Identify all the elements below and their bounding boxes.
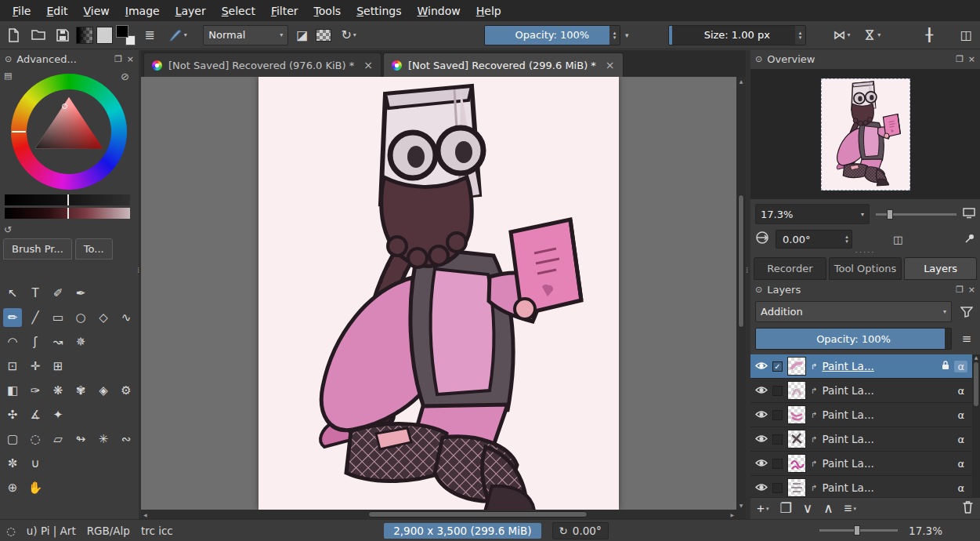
tool-freehand-path[interactable]: ʃ xyxy=(26,332,45,351)
canvas-horizontal-scrollbar[interactable]: ◀ ▶ xyxy=(141,510,736,519)
tool-dynamic-brush[interactable]: ↝ xyxy=(49,332,67,351)
float-docker-button[interactable]: ❐ xyxy=(956,54,964,64)
layer-checkbox[interactable] xyxy=(772,459,783,469)
layer-row-1[interactable]: ✓ ↱ Paint La... α xyxy=(750,354,972,379)
hue-ring[interactable] xyxy=(11,74,127,190)
status-zoom-slider[interactable] xyxy=(819,529,898,532)
lock-icon[interactable] xyxy=(942,360,949,372)
tool-freehand-select[interactable]: ↬ xyxy=(71,430,90,448)
color-selector-settings-button[interactable]: ▤ xyxy=(4,71,12,81)
tool-polygon[interactable]: ◇ xyxy=(94,308,113,327)
tool-ellipse-select[interactable]: ◌ xyxy=(26,430,45,448)
close-docker-button[interactable]: × xyxy=(968,285,975,295)
pin-docker-button[interactable] xyxy=(964,232,975,247)
opacity-dropdown-button[interactable]: ▾ xyxy=(624,31,631,39)
layer-opacity-slider[interactable]: Opacity: 100% xyxy=(755,328,952,350)
visibility-eye-icon[interactable] xyxy=(755,481,768,494)
close-tab-icon[interactable]: × xyxy=(602,59,615,71)
tool-transform[interactable]: ⊡ xyxy=(3,357,22,376)
menu-file[interactable]: File xyxy=(5,2,38,20)
menu-edit[interactable]: Edit xyxy=(38,2,75,20)
layer-filter-button[interactable] xyxy=(958,307,975,318)
foreground-color-swatch[interactable] xyxy=(116,25,128,38)
visibility-eye-icon[interactable] xyxy=(755,360,768,372)
layer-row-5[interactable]: ↱ Paint La... α xyxy=(750,452,972,476)
float-docker-button[interactable]: ❐ xyxy=(114,54,122,64)
preserve-alpha-button[interactable] xyxy=(316,29,331,42)
t ool-freehand-brush[interactable]: ✏ xyxy=(3,308,22,327)
overview-canvas[interactable] xyxy=(750,69,980,199)
rotation-angle-spinbox[interactable]: 0.00° ▴ ▾ xyxy=(776,230,852,249)
menu-filter[interactable]: Filter xyxy=(263,2,306,20)
vertical-scroll-thumb[interactable] xyxy=(738,194,744,328)
alpha-lock-toggle[interactable]: α xyxy=(954,482,967,494)
tool-contiguous-select[interactable]: ✼ xyxy=(3,454,22,473)
tool-gradient[interactable]: ◧ xyxy=(3,381,22,400)
tool-enclose-fill[interactable]: ⚙ xyxy=(117,381,136,400)
tool-assistants[interactable]: ✣ xyxy=(3,405,22,424)
tool-polyline[interactable]: ∿ xyxy=(117,308,136,327)
layer-row-4[interactable]: ↱ Paint La... α xyxy=(750,427,972,452)
fit-to-view-button[interactable] xyxy=(963,207,975,222)
tool-reference-images[interactable]: ✦ xyxy=(49,405,67,424)
tool-multibrush[interactable]: ✵ xyxy=(71,332,90,351)
foreground-background-colors[interactable] xyxy=(116,25,136,45)
tool-rectangle[interactable]: ▭ xyxy=(49,308,67,327)
tool-edit-shapes[interactable]: ✐ xyxy=(49,284,67,303)
tool-calligraphy[interactable]: ✒ xyxy=(71,284,90,303)
tool-line[interactable]: ╱ xyxy=(26,308,45,327)
close-tab-icon[interactable]: × xyxy=(360,59,373,71)
alpha-lock-toggle[interactable]: α xyxy=(954,361,967,372)
float-docker-button[interactable]: ❐ xyxy=(956,285,964,295)
duplicate-layer-button[interactable]: ❐ xyxy=(779,500,791,517)
blend-mode-select[interactable]: Normal ▾ xyxy=(203,25,288,45)
tool-crop[interactable]: ⊞ xyxy=(49,357,67,376)
tool-rect-select[interactable]: ▢ xyxy=(3,430,22,448)
tool-polygon-select[interactable]: ▱ xyxy=(49,430,67,448)
layer-blend-mode-select[interactable]: Addition ▾ xyxy=(755,301,952,322)
tool-bezier-select[interactable]: ∾ xyxy=(117,430,136,448)
tab-tool-options[interactable]: Tool Options xyxy=(829,257,902,280)
menu-settings[interactable]: Settings xyxy=(349,2,409,20)
tool-smart-patch[interactable]: ❋ xyxy=(49,381,67,400)
size-spinners[interactable]: ▴ ▾ xyxy=(795,26,805,45)
close-docker-button[interactable]: × xyxy=(968,54,975,64)
mirror-vertical-button[interactable]: ⋈ ▾ xyxy=(859,24,886,46)
open-document-button[interactable] xyxy=(27,24,49,46)
mirror-horizontal-button[interactable]: ⋈ ▾ xyxy=(828,24,855,46)
brush-size-slider[interactable]: Size: 1.00 px ▴ ▾ xyxy=(668,25,806,45)
layer-checkbox[interactable] xyxy=(772,386,783,396)
tool-bezier-curve[interactable]: ◠ xyxy=(3,332,22,351)
menu-view[interactable]: View xyxy=(76,2,118,20)
tab-layers[interactable]: Layers xyxy=(904,257,977,280)
menu-tools[interactable]: Tools xyxy=(306,2,349,20)
menu-image[interactable]: Image xyxy=(118,2,168,20)
tool-select-shapes[interactable]: ↖ xyxy=(3,284,22,303)
menu-window[interactable]: Window xyxy=(410,2,468,20)
tool-colorize-mask[interactable]: ✾ xyxy=(71,381,90,400)
layer-properties-button[interactable]: ≡ ▾ xyxy=(844,501,856,517)
rotation-dial-icon[interactable] xyxy=(755,231,769,248)
pattern-swatch[interactable] xyxy=(96,27,113,44)
move-layer-up-button[interactable]: ∧ xyxy=(823,500,833,517)
alpha-lock-toggle[interactable]: α xyxy=(954,434,967,445)
tool-color-sampler[interactable]: ✑ xyxy=(26,381,45,400)
alpha-lock-toggle[interactable]: α xyxy=(954,385,967,397)
menu-help[interactable]: Help xyxy=(468,2,509,20)
layer-scroll-thumb[interactable] xyxy=(974,362,978,406)
docker-resize-handle[interactable]: ····· xyxy=(750,249,980,257)
save-button[interactable] xyxy=(52,24,73,46)
eraser-mode-button[interactable]: ◪ xyxy=(291,24,313,46)
value-strip[interactable] xyxy=(5,194,130,205)
move-layer-down-button[interactable]: ∨ xyxy=(803,500,812,517)
layer-row-6[interactable]: ↱ Paint La... α xyxy=(750,476,972,498)
alpha-lock-toggle[interactable]: α xyxy=(954,458,967,470)
rotation-spinners[interactable]: ▴ ▾ xyxy=(842,231,852,248)
canvas[interactable] xyxy=(259,77,619,510)
brush-editor-button[interactable]: ▾ xyxy=(163,24,192,46)
layer-options-menu-button[interactable]: ≡ xyxy=(958,332,975,346)
image-dimensions-badge[interactable]: 2,900 x 3,500 (299.6 MiB) xyxy=(384,523,541,539)
tool-pan[interactable]: ✋ xyxy=(26,478,45,497)
zoom-slider[interactable] xyxy=(876,213,956,216)
tab-toolbox[interactable]: To... xyxy=(75,238,113,260)
